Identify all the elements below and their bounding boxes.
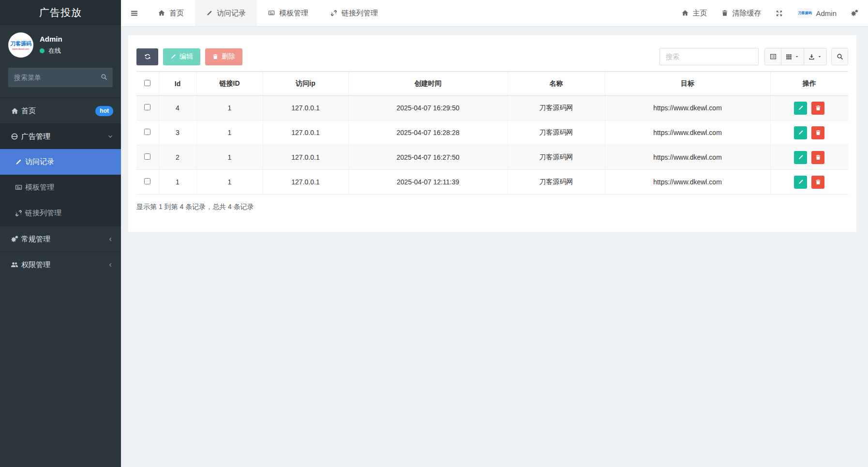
tab-label: 首页 [169, 9, 184, 18]
delete-button[interactable]: 删除 [205, 48, 242, 65]
home-icon [158, 10, 165, 16]
content-panel: 编辑 删除 [128, 35, 856, 232]
menu-search-input[interactable] [8, 68, 113, 87]
columns-button[interactable] [781, 48, 804, 65]
top-navbar: 首页 访问记录 模板管理 链接列管理 主页 清除缓存 刀客源码 Admin [121, 0, 868, 27]
column-header-link-id[interactable]: 链接ID [196, 72, 263, 96]
cell-name: 刀客源码网 [508, 121, 605, 145]
cell-name: 刀客源码网 [508, 170, 605, 195]
column-header-id[interactable]: Id [159, 72, 196, 96]
tab-label: 访问记录 [217, 9, 246, 18]
row-checkbox[interactable] [144, 104, 150, 110]
sidebar-toggle-button[interactable] [121, 0, 147, 26]
sidebar-item-permission-management[interactable]: 权限管理 [0, 252, 121, 277]
cell-id: 1 [159, 170, 196, 195]
row-checkbox[interactable] [144, 129, 150, 135]
cell-created: 2025-04-07 16:29:50 [348, 96, 508, 121]
cell-link-id: 1 [196, 121, 263, 145]
cell-ip: 127.0.0.1 [263, 121, 348, 145]
home-page-label: 主页 [692, 9, 707, 18]
sidebar: 广告投放 刀客源码 www.dkewl.com Admin 在线 首页 hot … [0, 0, 121, 467]
tab-template-management[interactable]: 模板管理 [257, 0, 319, 26]
cell-id: 2 [159, 145, 196, 170]
column-header-created[interactable]: 创建时间 [348, 72, 508, 96]
select-all-checkbox[interactable] [144, 80, 150, 86]
tab-home[interactable]: 首页 [147, 0, 195, 26]
row-checkbox[interactable] [144, 153, 150, 160]
sidebar-item-general-management[interactable]: 常规管理 [0, 226, 121, 252]
detail-view-button[interactable] [764, 48, 781, 65]
column-header-operations: 操作 [770, 72, 848, 96]
row-edit-button[interactable] [794, 151, 807, 164]
chevron-down-icon [107, 134, 113, 139]
trash-icon [815, 154, 821, 160]
column-header-ip[interactable]: 访问ip [263, 72, 348, 96]
fullscreen-button[interactable] [768, 0, 790, 26]
pencil-icon [798, 154, 804, 160]
table-row[interactable]: 3 1 127.0.0.1 2025-04-07 16:28:28 刀客源码网 … [136, 121, 848, 145]
row-delete-button[interactable] [811, 126, 824, 139]
user-status-label: 在线 [48, 46, 61, 55]
cell-name: 刀客源码网 [508, 96, 605, 121]
cell-link-id: 1 [196, 145, 263, 170]
username-label: Admin [816, 9, 837, 17]
row-edit-button[interactable] [794, 102, 807, 115]
list-icon [770, 53, 777, 60]
pagination-summary: 显示第 1 到第 4 条记录，总共 4 条记录 [136, 203, 848, 211]
table-row[interactable]: 1 1 127.0.0.1 2025-04-07 12:11:39 刀客源码网 … [136, 170, 848, 195]
user-dropdown[interactable]: 刀客源码 Admin [790, 0, 844, 26]
table-header-row: Id 链接ID 访问ip 创建时间 名称 目标 操作 [136, 72, 848, 96]
cell-link-id: 1 [196, 96, 263, 121]
navbar-right: 主页 清除缓存 刀客源码 Admin [674, 0, 868, 26]
tab-visit-records[interactable]: 访问记录 [195, 0, 257, 26]
user-name: Admin [40, 35, 62, 43]
tv-icon [12, 184, 25, 191]
sidebar-submenu: 访问记录 模板管理 链接列管理 [0, 149, 121, 226]
row-delete-button[interactable] [811, 102, 824, 115]
app-title: 广告投放 [0, 0, 121, 25]
cell-operations [770, 170, 848, 195]
tab-link-list-management[interactable]: 链接列管理 [319, 0, 389, 26]
row-edit-button[interactable] [794, 176, 807, 189]
search-submit-button[interactable] [831, 48, 848, 65]
export-button[interactable] [804, 48, 827, 65]
tv-icon [268, 10, 275, 16]
sidebar-item-home[interactable]: 首页 hot [0, 98, 121, 123]
sidebar-item-ad-management[interactable]: 广告管理 [0, 123, 121, 149]
clear-cache-label: 清除缓存 [732, 9, 761, 18]
sidebar-item-visit-records[interactable]: 访问记录 [0, 149, 121, 175]
th-grid-icon [786, 54, 792, 60]
row-delete-button[interactable] [811, 176, 824, 189]
home-page-link[interactable]: 主页 [674, 0, 714, 26]
table-row[interactable]: 2 1 127.0.0.1 2025-04-07 16:27:50 刀客源码网 … [136, 145, 848, 170]
cell-operations [770, 145, 848, 170]
sidebar-item-label: 链接列管理 [25, 209, 61, 218]
sidebar-item-label: 模板管理 [25, 183, 54, 192]
row-delete-button[interactable] [811, 151, 824, 164]
clear-cache-button[interactable]: 清除缓存 [714, 0, 768, 26]
hot-badge: hot [95, 106, 113, 116]
trash-icon [212, 54, 218, 60]
cell-link-id: 1 [196, 170, 263, 195]
row-checkbox[interactable] [144, 178, 150, 184]
records-table: Id 链接ID 访问ip 创建时间 名称 目标 操作 4 1 127.0.0.1… [136, 71, 848, 195]
column-header-target[interactable]: 目标 [605, 72, 770, 96]
expand-icon [776, 10, 783, 17]
table-search-input[interactable] [659, 48, 759, 65]
cell-target: https://www.dkewl.com [605, 121, 770, 145]
sidebar-item-template-management[interactable]: 模板管理 [0, 175, 121, 200]
caret-down-icon [817, 54, 822, 59]
row-edit-button[interactable] [794, 126, 807, 139]
sidebar-menu: 首页 hot 广告管理 访问记录 模板管理 链接列管理 常规管理 [0, 98, 121, 277]
edit-button[interactable]: 编辑 [163, 48, 200, 65]
column-header-name[interactable]: 名称 [508, 72, 605, 96]
table-row[interactable]: 4 1 127.0.0.1 2025-04-07 16:29:50 刀客源码网 … [136, 96, 848, 121]
refresh-button[interactable] [136, 48, 158, 65]
toolbar-right [659, 48, 848, 65]
refresh-icon [144, 53, 151, 60]
unlink-icon [12, 210, 25, 217]
table-toolbar: 编辑 删除 [136, 48, 848, 65]
settings-button[interactable] [844, 0, 868, 26]
chevron-left-icon [108, 237, 113, 242]
sidebar-item-link-list-management[interactable]: 链接列管理 [0, 200, 121, 226]
